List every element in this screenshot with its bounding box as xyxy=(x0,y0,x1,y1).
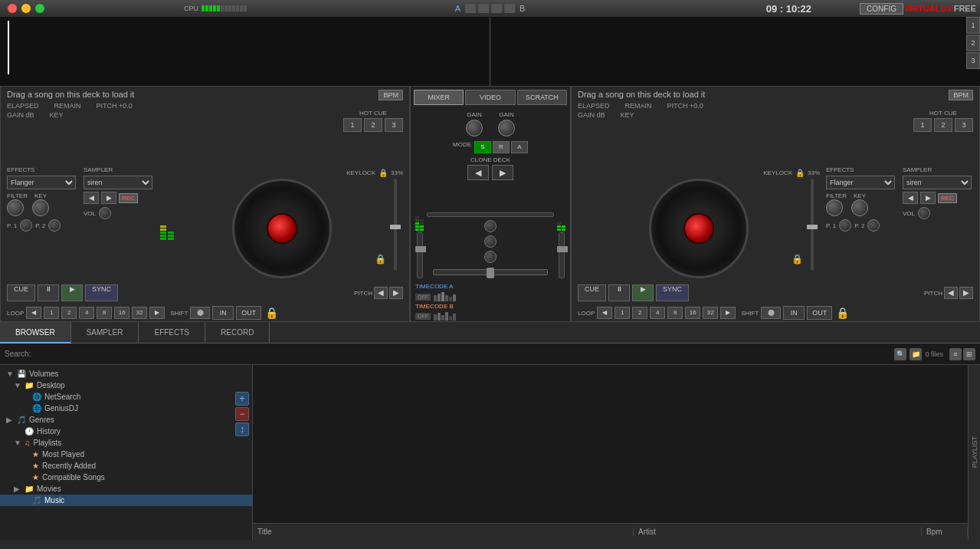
sidebar-item-most-played[interactable]: ★ Most Played xyxy=(0,449,252,460)
sidebar-item-history[interactable]: 🕐 History xyxy=(0,426,252,437)
loop-btn-16-r[interactable]: 16 xyxy=(685,307,700,319)
pitch-slider-right[interactable] xyxy=(805,179,820,271)
sidebar-item-movies[interactable]: ▶ 📁 Movies xyxy=(0,483,252,495)
sampler-select-right[interactable]: siren xyxy=(903,176,972,189)
browser-tab-sampler[interactable]: SAMPLER xyxy=(71,322,139,344)
right-fader-track[interactable] xyxy=(559,232,565,278)
sampler-next-left[interactable]: ▶ xyxy=(101,192,116,204)
sidebar-item-netsearch[interactable]: 🌐 NetSearch xyxy=(0,391,252,403)
hot-cue-btn-2[interactable]: 2 xyxy=(364,118,382,132)
pitch-up-left[interactable]: ▶ xyxy=(389,287,403,299)
sidebar-item-desktop[interactable]: ▼ 📁 Desktop xyxy=(0,380,252,391)
p1-knob[interactable] xyxy=(20,219,32,232)
hot-cue-btn-3[interactable]: 3 xyxy=(385,118,403,132)
filter-knob-left[interactable] xyxy=(7,199,24,216)
loop-btn-8-r[interactable]: 8 xyxy=(667,307,683,319)
loop-btn-4-r[interactable]: 4 xyxy=(650,307,665,319)
loop-btn-16[interactable]: 16 xyxy=(114,307,129,319)
sidebar-item-music[interactable]: 🎵 Music xyxy=(0,495,252,506)
search-icon-btn[interactable]: 🔍 xyxy=(894,348,906,360)
loop-btn-4[interactable]: 4 xyxy=(79,307,94,319)
vol-knob-right[interactable] xyxy=(918,207,930,219)
num-button-3[interactable]: 3 xyxy=(966,52,980,69)
rec-btn-right[interactable]: REC xyxy=(938,193,957,203)
mode-btn-a[interactable]: A xyxy=(511,141,528,153)
filter-knob-right[interactable] xyxy=(826,199,843,216)
loop-btn-1[interactable]: 1 xyxy=(44,307,59,319)
pitch-down-right[interactable]: ◀ xyxy=(944,287,958,299)
cue-btn-left[interactable]: CUE xyxy=(7,284,35,301)
pitch-down-left[interactable]: ◀ xyxy=(374,287,388,299)
out-btn-left[interactable]: OUT xyxy=(236,306,261,320)
rec-btn-left[interactable]: REC xyxy=(119,193,138,203)
sidebar-item-playlists[interactable]: ▼ ♫ Playlists xyxy=(0,437,252,449)
turntable-left[interactable] xyxy=(232,179,332,278)
loop-btn-8[interactable]: 8 xyxy=(97,307,112,319)
loop-btn-1-r[interactable]: 1 xyxy=(615,307,630,319)
eq-lo-knob[interactable] xyxy=(484,251,497,263)
pause-btn-right[interactable]: ⏸ xyxy=(608,284,630,301)
sampler-next-right[interactable]: ▶ xyxy=(920,192,936,204)
hot-cue-btn-r2[interactable]: 2 xyxy=(934,118,952,132)
out-btn-right[interactable]: OUT xyxy=(807,306,832,320)
loop-btn-2-r[interactable]: 2 xyxy=(632,307,647,319)
clone-prev-btn[interactable]: ◀ xyxy=(467,165,489,180)
crossfader[interactable] xyxy=(433,269,547,275)
grid-view-btn[interactable]: ⊞ xyxy=(963,348,975,360)
p1-knob-r[interactable] xyxy=(839,219,851,232)
effects-select-left[interactable]: Flanger xyxy=(7,176,76,189)
mixer-tab-scratch[interactable]: SCRATCH xyxy=(517,90,567,105)
add-item-btn[interactable]: + xyxy=(235,392,249,406)
sync-btn-right[interactable]: SYNC xyxy=(656,284,689,301)
num-button-2[interactable]: 2 xyxy=(966,35,980,51)
sidebar-item-recently-added[interactable]: ★ Recently Added xyxy=(0,460,252,472)
shift-btn-right[interactable]: ⬤ xyxy=(761,307,781,319)
vol-knob-left[interactable] xyxy=(99,207,111,219)
search-input[interactable] xyxy=(34,350,891,358)
num-button-1[interactable]: 1 xyxy=(966,17,980,34)
pitch-up-right[interactable]: ▶ xyxy=(959,287,973,299)
close-button[interactable] xyxy=(8,4,17,13)
move-item-btn[interactable]: ↕ xyxy=(235,422,249,436)
sidebar-item-volumes[interactable]: ▼ 💾 Volumes xyxy=(0,368,252,380)
hot-cue-btn-r1[interactable]: 1 xyxy=(913,118,932,132)
browser-tab-record[interactable]: RECORD xyxy=(205,322,270,344)
maximize-button[interactable] xyxy=(35,4,44,13)
turntable-right[interactable] xyxy=(649,179,749,278)
gain-knob-left[interactable] xyxy=(466,120,483,136)
loop-btn-2[interactable]: 2 xyxy=(61,307,77,319)
list-view-btn[interactable]: ≡ xyxy=(949,348,962,360)
timecode-a-off[interactable]: OFF xyxy=(415,294,431,301)
hot-cue-btn-1[interactable]: 1 xyxy=(343,118,362,132)
sidebar-item-genres[interactable]: ▶ 🎵 Genres xyxy=(0,414,252,426)
key-knob-right[interactable] xyxy=(851,199,868,216)
browser-tab-browser[interactable]: BROWSER xyxy=(0,322,71,344)
play-btn-right[interactable]: ▶ xyxy=(632,284,654,301)
sampler-select-left[interactable]: siren xyxy=(84,176,152,189)
key-knob-left[interactable] xyxy=(32,199,49,216)
sampler-prev-right[interactable]: ◀ xyxy=(903,192,918,204)
pause-btn-left[interactable]: ⏸ xyxy=(38,284,59,301)
in-btn-left[interactable]: IN xyxy=(212,306,234,320)
sidebar-item-geniusdj[interactable]: 🌐 GeniusDJ xyxy=(0,403,252,414)
eq-hi-knob[interactable] xyxy=(484,220,497,232)
clone-next-btn[interactable]: ▶ xyxy=(492,165,513,180)
loop-btn-next-r[interactable]: ▶ xyxy=(720,307,736,319)
mixer-tab-video[interactable]: VIDEO xyxy=(465,90,515,105)
loop-btn-32[interactable]: 32 xyxy=(132,307,147,319)
loop-btn-prev-r[interactable]: ◀ xyxy=(597,307,612,319)
p2-knob[interactable] xyxy=(48,219,61,232)
eq-mid-knob[interactable] xyxy=(484,235,497,248)
sampler-prev-left[interactable]: ◀ xyxy=(84,192,99,204)
effects-select-right[interactable]: Flanger xyxy=(826,176,895,189)
left-fader-track[interactable] xyxy=(417,232,423,278)
p2-knob-r[interactable] xyxy=(867,219,880,232)
shift-btn-left[interactable]: ⬤ xyxy=(190,307,210,319)
mixer-tab-mixer[interactable]: MIXER xyxy=(414,90,464,105)
loop-btn-32-r[interactable]: 32 xyxy=(703,307,718,319)
timecode-b-off[interactable]: OFF xyxy=(415,313,431,320)
remove-item-btn[interactable]: − xyxy=(235,407,249,421)
mode-btn-s[interactable]: S xyxy=(474,141,491,153)
loop-btn-next[interactable]: ▶ xyxy=(149,307,165,319)
minimize-button[interactable] xyxy=(21,4,31,13)
